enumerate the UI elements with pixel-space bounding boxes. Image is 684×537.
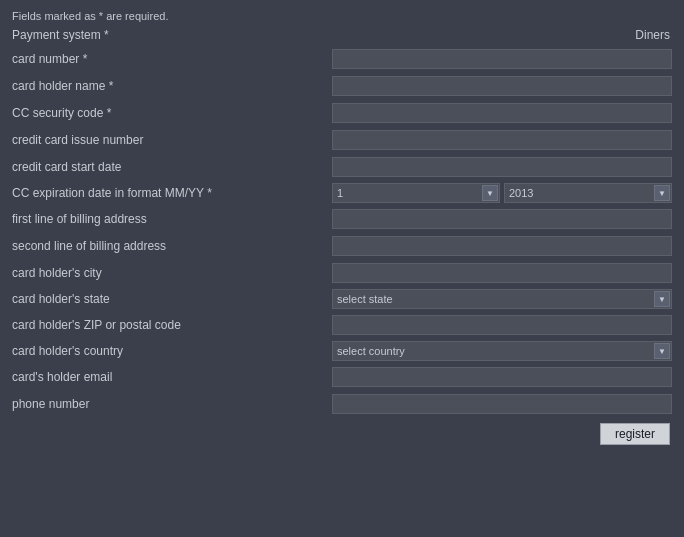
state-select[interactable]: select state Alabama California New York… xyxy=(332,289,672,309)
state-select-wrapper: select state Alabama California New York… xyxy=(332,289,672,309)
billing-address-1-label: first line of billing address xyxy=(12,212,332,226)
country-select[interactable]: select country United States United King… xyxy=(332,341,672,361)
billing-address-2-row: second line of billing address xyxy=(12,235,672,257)
register-row: register xyxy=(12,423,672,445)
city-row: card holder's city xyxy=(12,262,672,284)
state-label: card holder's state xyxy=(12,292,332,306)
cc-start-date-row: credit card start date xyxy=(12,156,672,178)
cc-expiry-year-wrapper: 2013 2014 2015 2016 2017 2018 2019 2020 … xyxy=(504,183,672,203)
billing-address-1-input[interactable] xyxy=(332,209,672,229)
cc-start-date-input[interactable] xyxy=(332,157,672,177)
card-holder-name-input[interactable] xyxy=(332,76,672,96)
billing-address-2-label: second line of billing address xyxy=(12,239,332,253)
card-number-row: card number * xyxy=(12,48,672,70)
phone-input[interactable] xyxy=(332,394,672,414)
email-input[interactable] xyxy=(332,367,672,387)
payment-system-row: Payment system * Diners xyxy=(12,28,672,42)
cc-security-code-label: CC security code * xyxy=(12,106,332,120)
email-row: card's holder email xyxy=(12,366,672,388)
city-input[interactable] xyxy=(332,263,672,283)
payment-system-label: Payment system * xyxy=(12,28,109,42)
cc-issue-number-row: credit card issue number xyxy=(12,129,672,151)
zip-label: card holder's ZIP or postal code xyxy=(12,318,332,332)
state-row: card holder's state select state Alabama… xyxy=(12,289,672,309)
city-label: card holder's city xyxy=(12,266,332,280)
card-number-label: card number * xyxy=(12,52,332,66)
cc-expiry-month-select[interactable]: 1 2 3 4 5 6 7 8 9 10 11 12 xyxy=(332,183,500,203)
zip-row: card holder's ZIP or postal code xyxy=(12,314,672,336)
card-number-input[interactable] xyxy=(332,49,672,69)
main-container: Fields marked as * are required. Payment… xyxy=(0,0,684,455)
billing-address-2-input[interactable] xyxy=(332,236,672,256)
country-row: card holder's country select country Uni… xyxy=(12,341,672,361)
cc-security-code-input[interactable] xyxy=(332,103,672,123)
zip-input[interactable] xyxy=(332,315,672,335)
country-select-wrapper: select country United States United King… xyxy=(332,341,672,361)
cc-expiry-label: CC expiration date in format MM/YY * xyxy=(12,186,332,200)
cc-expiry-year-select[interactable]: 2013 2014 2015 2016 2017 2018 2019 2020 xyxy=(504,183,672,203)
billing-address-1-row: first line of billing address xyxy=(12,208,672,230)
cc-security-code-row: CC security code * xyxy=(12,102,672,124)
country-label: card holder's country xyxy=(12,344,332,358)
cc-issue-number-label: credit card issue number xyxy=(12,133,332,147)
card-holder-name-row: card holder name * xyxy=(12,75,672,97)
card-holder-name-label: card holder name * xyxy=(12,79,332,93)
register-button[interactable]: register xyxy=(600,423,670,445)
phone-row: phone number xyxy=(12,393,672,415)
cc-issue-number-input[interactable] xyxy=(332,130,672,150)
fields-note: Fields marked as * are required. xyxy=(12,10,672,22)
email-label: card's holder email xyxy=(12,370,332,384)
phone-label: phone number xyxy=(12,397,332,411)
cc-expiry-month-wrapper: 1 2 3 4 5 6 7 8 9 10 11 12 ▼ xyxy=(332,183,500,203)
cc-start-date-label: credit card start date xyxy=(12,160,332,174)
payment-system-value: Diners xyxy=(635,28,670,42)
cc-expiry-selects: 1 2 3 4 5 6 7 8 9 10 11 12 ▼ 2013 xyxy=(332,183,672,203)
cc-expiry-row: CC expiration date in format MM/YY * 1 2… xyxy=(12,183,672,203)
